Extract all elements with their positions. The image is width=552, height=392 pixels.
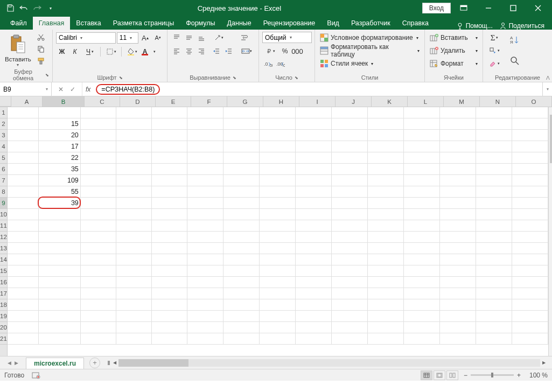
cell[interactable] (440, 198, 476, 209)
row-header[interactable]: 6 (0, 164, 7, 175)
cell[interactable] (476, 152, 512, 164)
cell[interactable] (512, 299, 548, 311)
cell[interactable] (223, 130, 260, 141)
row-header[interactable]: 20 (0, 322, 7, 333)
cell[interactable] (440, 299, 476, 311)
cell[interactable] (332, 288, 368, 299)
cell[interactable] (368, 107, 404, 118)
cell[interactable] (8, 186, 39, 198)
cell[interactable] (81, 198, 116, 209)
formula-input[interactable]: =СРЗНАЧ(B2:B8) (94, 82, 542, 96)
cell[interactable] (404, 175, 440, 186)
cell[interactable] (187, 141, 223, 152)
cell[interactable] (296, 209, 332, 220)
cell[interactable] (187, 107, 223, 118)
tab-вставка[interactable]: Вставка (70, 17, 107, 30)
row-header[interactable]: 13 (0, 243, 7, 254)
cell[interactable] (296, 322, 332, 333)
row-header[interactable]: 12 (0, 232, 7, 243)
cell[interactable] (476, 243, 512, 254)
cell[interactable] (332, 152, 368, 164)
cell[interactable] (152, 130, 187, 141)
cell[interactable] (260, 164, 296, 175)
cell[interactable] (152, 152, 187, 164)
cell[interactable] (260, 254, 296, 265)
cell[interactable] (8, 130, 39, 141)
cell[interactable] (116, 107, 152, 118)
align-center-icon[interactable] (183, 45, 195, 57)
save-icon[interactable] (4, 2, 16, 14)
cell[interactable] (152, 333, 187, 345)
align-left-icon[interactable] (171, 45, 183, 57)
cell[interactable] (8, 299, 39, 311)
ribbon-display-options-icon[interactable] (452, 1, 476, 16)
cell[interactable] (116, 209, 152, 220)
copy-icon[interactable] (36, 44, 46, 54)
tab-формулы[interactable]: Формулы (180, 17, 221, 30)
format-painter-icon[interactable] (36, 55, 46, 66)
cell[interactable] (223, 107, 260, 118)
cell[interactable] (8, 277, 39, 288)
column-header[interactable]: D (120, 96, 156, 107)
cell[interactable] (260, 198, 296, 209)
expand-formula-bar-icon[interactable]: ▾ (542, 82, 552, 96)
cell[interactable] (404, 107, 440, 118)
column-header[interactable]: C (85, 96, 120, 107)
row-header[interactable]: 10 (0, 209, 7, 220)
cell[interactable] (152, 209, 187, 220)
cell[interactable] (116, 186, 152, 198)
cell[interactable] (296, 175, 332, 186)
cell[interactable] (440, 232, 476, 243)
cell[interactable] (440, 277, 476, 288)
cell[interactable] (187, 265, 223, 277)
cell[interactable] (296, 232, 332, 243)
cell[interactable] (81, 209, 116, 220)
cell[interactable] (332, 186, 368, 198)
cell[interactable] (223, 265, 260, 277)
cell[interactable] (512, 311, 548, 322)
cell[interactable] (223, 243, 260, 254)
share-button[interactable]: Поделиться (499, 22, 544, 30)
cell[interactable] (116, 265, 152, 277)
cell[interactable] (440, 322, 476, 333)
cell[interactable] (512, 254, 548, 265)
decrease-decimal-icon[interactable]: .00.0 (275, 58, 287, 70)
cell[interactable] (512, 186, 548, 198)
cell[interactable]: 109 (39, 175, 81, 186)
cell[interactable] (440, 288, 476, 299)
percent-button[interactable]: % (279, 45, 291, 57)
cell[interactable] (404, 232, 440, 243)
cell[interactable] (368, 232, 404, 243)
sort-filter-button[interactable]: АЯ (507, 32, 522, 50)
autosum-button[interactable]: Σ▾ (486, 32, 502, 44)
cell[interactable] (512, 288, 548, 299)
cell[interactable] (296, 164, 332, 175)
insert-function-icon[interactable]: fx (82, 86, 94, 93)
cell[interactable] (8, 288, 39, 299)
cell[interactable] (152, 277, 187, 288)
cell[interactable] (81, 333, 116, 345)
increase-indent-icon[interactable] (223, 45, 235, 57)
cell[interactable] (296, 152, 332, 164)
cell[interactable] (116, 243, 152, 254)
cell[interactable] (440, 311, 476, 322)
cell[interactable] (404, 333, 440, 345)
cell[interactable] (368, 299, 404, 311)
conditional-formatting-button[interactable]: Условное форматирование▾ (318, 32, 421, 44)
cell[interactable] (81, 311, 116, 322)
cell[interactable] (260, 175, 296, 186)
cell[interactable] (368, 209, 404, 220)
underline-button[interactable]: Ч▾ (82, 46, 98, 58)
macro-record-icon[interactable] (32, 372, 40, 379)
decrease-font-icon[interactable]: A▾ (152, 32, 164, 44)
row-header[interactable]: 14 (0, 254, 7, 265)
cell[interactable] (512, 209, 548, 220)
cell[interactable] (476, 175, 512, 186)
cell[interactable] (8, 107, 39, 118)
cell[interactable] (187, 130, 223, 141)
cell[interactable] (152, 141, 187, 152)
select-all-corner[interactable] (0, 96, 11, 107)
cell[interactable] (8, 265, 39, 277)
cell[interactable] (404, 118, 440, 130)
cell[interactable] (404, 198, 440, 209)
